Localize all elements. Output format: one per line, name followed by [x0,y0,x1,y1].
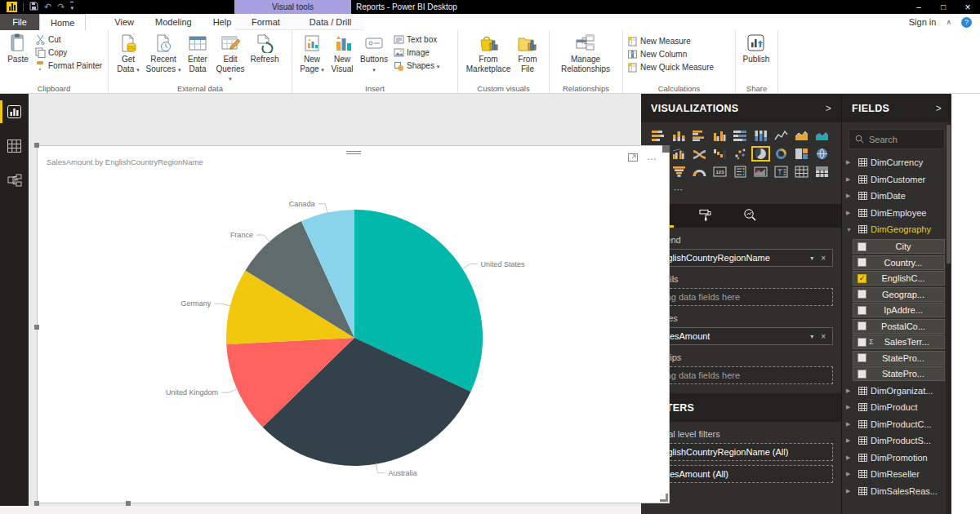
viz-icon-waterfall[interactable] [710,146,729,162]
tab-modeling[interactable]: Modeling [145,14,203,30]
expand-triangle-icon[interactable]: ▼ [846,227,855,233]
details-dropzone[interactable]: Drag data fields here [649,288,833,306]
viz-icon-clustered-column[interactable] [710,128,729,144]
field-table-DimDate[interactable]: ▶DimDate [842,188,945,205]
field-item-StatePro[interactable]: StatePro... [853,366,945,381]
minimize-button[interactable]: – [906,0,931,14]
remove-field-icon[interactable]: × [821,332,826,341]
collapse-triangle-icon[interactable]: ▶ [846,454,855,461]
visual-level-filter-pill[interactable]: EnglishCountryRegionName (All) [649,443,833,461]
chevron-right-icon[interactable]: > [826,103,831,114]
tooltips-dropzone[interactable]: Drag data fields here [649,366,833,384]
fields-scrollbar[interactable] [946,123,951,514]
field-dropdown-icon[interactable]: ▾ [810,255,813,262]
field-checkbox[interactable]: ✓ [858,274,866,283]
sign-in-link[interactable]: Sign in [909,17,937,27]
viz-icon-100-stacked-bar[interactable] [731,128,750,144]
field-item-IpAddre[interactable]: IpAddre... [853,303,945,317]
viz-icon-100-stacked-column[interactable] [751,128,770,144]
undo-button[interactable]: ↶ [44,2,51,11]
pie-chart[interactable]: United StatesAustraliaUnited KingdomGerm… [38,146,669,503]
report-canvas[interactable]: … SalesAmount by EnglishCountryRegionNam… [29,94,641,506]
viz-icon-scatter[interactable] [731,146,750,162]
field-item-City[interactable]: City [853,239,945,254]
collapse-triangle-icon[interactable]: ▶ [846,159,855,166]
viz-icon-matrix[interactable] [813,164,831,179]
new-page-button[interactable]: New Page ▾ [296,33,327,74]
text-box-button[interactable]: Text box [394,34,439,45]
fields-header[interactable]: FIELDS > [842,94,951,122]
viz-icon-line[interactable] [772,128,791,144]
tab-analytics[interactable] [737,204,762,228]
field-table-DimGeography[interactable]: ▼DimGeography [842,221,945,238]
field-table-DimProductS[interactable]: ▶DimProductS... [842,432,945,450]
refresh-button[interactable]: Refresh [248,33,281,65]
viz-icon-more-options[interactable]: ⋯ [670,182,688,197]
field-table-DimPromotion[interactable]: ▶DimPromotion [842,450,945,467]
collapse-ribbon-icon[interactable]: ∧ [946,18,951,26]
field-table-DimSalesReas[interactable]: ▶DimSalesReas... [842,483,945,500]
field-checkbox[interactable] [858,290,866,299]
collapse-triangle-icon[interactable]: ▶ [846,176,855,183]
cut-button[interactable]: Cut [35,34,102,45]
legend-field-pill[interactable]: EnglishCountryRegionName ▾ × [649,249,833,267]
selection-handle[interactable] [34,325,39,330]
fields-search-input[interactable]: Search [849,129,945,149]
from-file-button[interactable]: From File [514,33,541,74]
viz-icon-map[interactable] [813,146,831,162]
copy-button[interactable]: Copy [35,47,102,58]
field-dropdown-icon[interactable]: ▾ [810,333,813,340]
field-checkbox[interactable] [858,242,866,251]
new-column-button[interactable]: New Column [627,49,714,60]
pie-chart-visual[interactable]: … SalesAmount by EnglishCountryRegionNam… [37,145,670,503]
viz-icon-funnel[interactable] [670,164,688,179]
viz-icon-pie[interactable] [751,146,770,162]
collapse-triangle-icon[interactable]: ▶ [846,193,855,199]
edit-queries-button[interactable]: Edit Queries ▾ [212,33,248,84]
help-icon[interactable]: ? [961,17,972,28]
recent-sources-button[interactable]: Recent Sources ▾ [144,33,183,74]
field-checkbox[interactable] [858,353,866,362]
collapse-triangle-icon[interactable]: ▶ [846,471,855,477]
remove-field-icon[interactable]: × [821,254,826,263]
field-checkbox[interactable] [858,258,866,267]
viz-icon-treemap[interactable] [792,146,811,162]
viz-icon-stacked-bar[interactable] [649,128,668,144]
tab-format[interactable]: Format [235,14,296,29]
viz-icon-table[interactable] [792,164,811,179]
close-button[interactable]: × [956,0,980,14]
tab-file[interactable]: File [0,14,39,30]
chevron-right-icon[interactable]: > [936,103,942,114]
scrollbar-thumb[interactable] [947,125,951,264]
qat-customize-button[interactable]: ▾ [70,2,74,12]
viz-icon-donut[interactable] [772,146,791,162]
visual-level-filter-pill[interactable]: SalesAmount (All) [649,465,833,483]
sidebar-item-model-view[interactable] [0,171,29,190]
values-field-pill[interactable]: SalesAmount ▾ × [649,327,833,345]
field-table-DimOrganizat[interactable]: ▶DimOrganizat... [842,383,945,400]
viz-icon-clustered-bar[interactable] [690,128,709,144]
field-item-StatePro[interactable]: StatePro... [853,351,945,366]
tab-home[interactable]: Home [39,14,86,30]
resize-handle[interactable] [660,494,668,502]
selection-handle[interactable] [34,143,39,148]
paste-button[interactable]: Paste [4,33,32,65]
new-visual-button[interactable]: New Visual [327,33,357,74]
collapse-triangle-icon[interactable]: ▶ [846,437,855,444]
image-button[interactable]: Image [394,47,439,58]
viz-icon-slicer[interactable] [772,164,791,179]
field-checkbox[interactable] [858,338,866,347]
field-table-DimCustomer[interactable]: ▶DimCustomer [842,171,945,188]
maximize-button[interactable]: □ [931,0,956,14]
field-table-DimProduct[interactable]: ▶DimProduct [842,399,945,416]
field-item-SalesTerr[interactable]: ΣSalesTerr... [853,335,945,349]
collapse-triangle-icon[interactable]: ▶ [846,388,855,394]
publish-button[interactable]: Publish [740,33,773,65]
viz-icon-kpi[interactable] [751,164,770,179]
selection-handle[interactable] [34,501,39,506]
get-data-button[interactable]: Get Data ▾ [113,33,144,74]
selection-handle[interactable] [126,501,131,506]
field-item-PostalCo[interactable]: PostalCo... [853,319,945,334]
shapes-button[interactable]: Shapes ▾ [394,60,439,72]
viz-icon-gauge[interactable] [690,164,709,179]
